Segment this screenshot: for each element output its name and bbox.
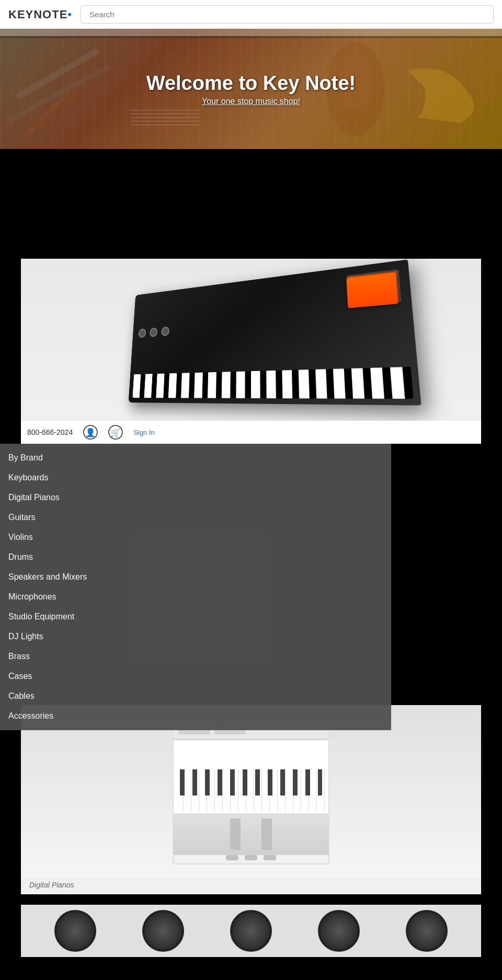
drum-2 — [142, 910, 184, 952]
phone-number: 800-666-2024 — [27, 428, 73, 436]
nav-menu: By BrandKeyboardsDigital PianosGuitarsVi… — [0, 444, 391, 730]
drum-5 — [406, 910, 448, 952]
digital-pianos-section: Digital Pianos — [0, 705, 502, 894]
nav-item-speakers-mixers[interactable]: Speakers and Mixers — [0, 567, 391, 587]
hero-banner: Welcome to Key Note! Your one stop music… — [0, 29, 502, 149]
nav-item-guitars[interactable]: Guitars — [0, 508, 391, 527]
contact-icons-group: 👤 🛒 Sign In — [83, 425, 154, 440]
stand-leg-left — [230, 818, 241, 850]
nav-item-keyboards[interactable]: Keyboards — [0, 468, 391, 488]
menu-context: By BrandKeyboardsDigital PianosGuitarsVi… — [0, 444, 502, 695]
piano-illustration — [173, 718, 329, 864]
hero-title: Welcome to Key Note! — [146, 72, 356, 95]
products-section: Digital Pianos — [0, 695, 502, 957]
nav-item-violins[interactable]: Violins — [0, 527, 391, 547]
svg-rect-8 — [131, 110, 199, 111]
search-input[interactable] — [81, 5, 494, 24]
svg-rect-9 — [131, 113, 199, 114]
cart-icon-btn[interactable]: 🛒 — [108, 425, 123, 440]
nav-item-dj-lights[interactable]: DJ Lights — [0, 627, 391, 647]
piano-pedals — [174, 855, 328, 863]
hero-subtitle: Your one stop music shop! — [146, 97, 356, 106]
hero-text-block: Welcome to Key Note! Your one stop music… — [146, 72, 356, 106]
stand-leg-right — [261, 818, 272, 850]
right-content-area — [391, 444, 502, 695]
digital-pianos-label: Digital Pianos — [21, 878, 481, 894]
nav-item-cables[interactable]: Cables — [0, 686, 391, 706]
nav-item-by-brand[interactable]: By Brand — [0, 448, 391, 468]
user-icon: 👤 — [83, 425, 98, 440]
piano-stand — [174, 813, 328, 855]
svg-rect-12 — [131, 124, 199, 125]
nav-item-digital-pianos[interactable]: Digital Pianos — [0, 488, 391, 508]
piano-keys — [174, 740, 328, 813]
nav-item-drums[interactable]: Drums — [0, 547, 391, 567]
logo-text: KEYNOTE — [8, 8, 67, 21]
drum-1 — [54, 910, 96, 952]
nav-item-brass[interactable]: Brass — [0, 647, 391, 666]
nav-item-microphones[interactable]: Microphones — [0, 587, 391, 607]
keyboard-product-section: 800-666-2024 👤 🛒 Sign In — [0, 259, 502, 444]
drum-3 — [230, 910, 272, 952]
cart-icon: 🛒 — [108, 425, 123, 440]
svg-rect-10 — [131, 117, 199, 118]
drum-4 — [318, 910, 360, 952]
drums-section — [0, 894, 502, 957]
svg-rect-1 — [0, 29, 502, 36]
signin-link[interactable]: Sign In — [133, 429, 154, 436]
digital-piano-image — [21, 705, 481, 878]
nav-item-accessories[interactable]: Accessories — [0, 706, 391, 726]
drums-image — [21, 905, 481, 957]
keyboard-illustration — [129, 259, 421, 405]
user-icon-btn[interactable]: 👤 — [83, 425, 98, 440]
logo-dot: • — [67, 8, 72, 21]
header: KEYNOTE• — [0, 0, 502, 29]
logo[interactable]: KEYNOTE• — [8, 8, 72, 21]
black-spacer-top — [0, 149, 502, 259]
svg-rect-11 — [131, 121, 199, 122]
nav-item-studio-equipment[interactable]: Studio Equipment — [0, 607, 391, 627]
nav-item-cases[interactable]: Cases — [0, 666, 391, 686]
keyboard-product-image — [21, 259, 481, 421]
contact-bar: 800-666-2024 👤 🛒 Sign In — [21, 421, 481, 444]
